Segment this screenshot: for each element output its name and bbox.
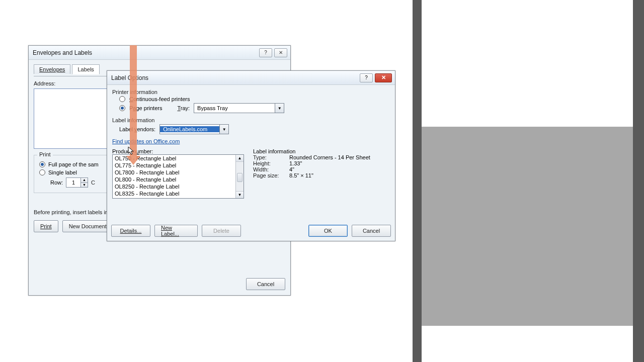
radio-full-page[interactable] [39,161,45,167]
delete-button: Delete [202,225,241,237]
printer-info-label: Printer information [112,89,390,95]
vendors-label: Label vendors: [119,126,155,132]
dialog-title: Envelopes and Labels [33,49,92,56]
dialog2-button-row: Details... New Label... Delete OK Cancel [111,225,391,237]
label-info-section: Label information [112,117,390,123]
tray-value: Bypass Tray [194,105,275,111]
tab-labels[interactable]: Labels [72,64,99,74]
cancel-button[interactable]: Cancel [246,278,285,290]
vendors-combo[interactable]: OnlineLabels.com ▼ [159,124,229,134]
annotation-arrow [130,45,137,158]
radio-page-printers[interactable] [119,105,125,111]
row-spinner[interactable]: ▲ ▼ [66,177,88,188]
radio-continuous-feed[interactable] [119,96,125,102]
cancel-button[interactable]: Cancel [352,225,391,237]
label-info-table: Type:Rounded Corners - 14 Per Sheet Heig… [253,154,370,178]
tab-envelopes[interactable]: Envelopes [34,64,70,74]
list-item[interactable]: OL8250 - Rectangle Label [113,183,235,190]
new-document-button[interactable]: New Document [62,220,113,232]
scroll-track[interactable] [236,162,244,191]
tray-combo[interactable]: Bypass Tray ▼ [194,103,284,113]
scroll-up-button[interactable]: ▲ [236,155,244,162]
help-button[interactable]: ? [360,73,373,82]
print-button[interactable]: Print [34,220,58,232]
row-spin-up[interactable]: ▲ [80,178,88,183]
radio-single-label[interactable] [39,169,45,175]
list-item[interactable]: OL8325 - Rectangle Label [113,190,235,197]
radio-continuous-label: Continuous-feed printers [129,96,190,102]
ok-button[interactable]: OK [308,225,348,237]
preview-backdrop [413,0,644,362]
list-item[interactable]: OL7800 - Rectangle Label [113,169,235,176]
dropdown-arrow-icon[interactable]: ▼ [219,125,228,134]
radio-single-label-text: Single label [48,169,77,175]
label-options-dialog: Label Options ? ✕ Printer information Co… [107,70,395,241]
label-information-heading: Label information [253,148,370,154]
vendors-value: OnlineLabels.com [160,126,219,132]
row-label: Row: [50,179,63,186]
list-item[interactable]: OL800 - Rectangle Label [113,176,235,183]
radio-full-page-label: Full page of the sam [48,161,99,167]
scroll-down-button[interactable]: ▼ [236,191,244,198]
new-label-button[interactable]: New Label... [154,225,198,237]
scroll-thumb[interactable] [237,173,243,182]
close-button[interactable]: ✕ [375,73,392,82]
dialog-titlebar[interactable]: Envelopes and Labels ? ✕ [29,46,290,60]
preview-page [422,0,633,362]
close-button[interactable]: ✕ [274,48,287,57]
details-button[interactable]: Details... [111,225,150,237]
row-input[interactable] [66,179,80,186]
scrollbar[interactable]: ▲ ▼ [235,155,244,198]
help-button[interactable]: ? [259,48,272,57]
find-updates-link[interactable]: Find updates on Office.com [112,138,180,144]
dialog-titlebar[interactable]: Label Options ? ✕ [107,71,395,85]
dropdown-arrow-icon[interactable]: ▼ [275,104,284,113]
tray-label: Tray: [177,105,190,111]
row-spin-down[interactable]: ▼ [80,183,88,187]
print-group-title: Print [37,151,53,157]
cursor-icon [128,147,135,157]
